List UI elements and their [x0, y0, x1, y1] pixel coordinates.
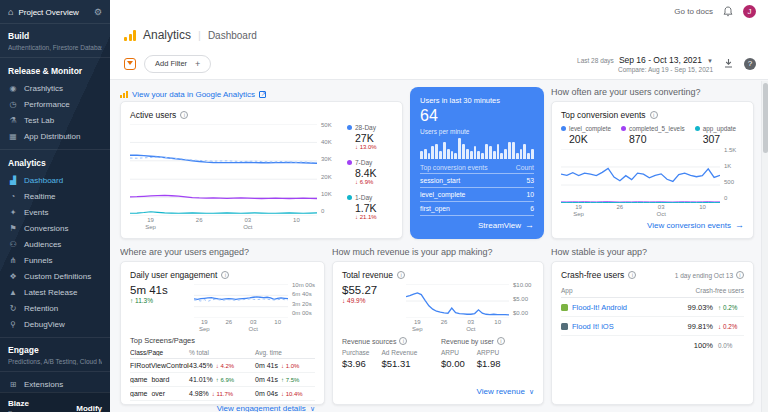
sidebar-item-retention[interactable]: ↻Retention [0, 300, 110, 316]
info-icon[interactable] [650, 111, 658, 119]
conversions-chart [561, 149, 720, 203]
info-icon[interactable] [736, 271, 744, 279]
android-app-link[interactable]: Flood-It! Android [561, 303, 688, 312]
scrollbar-thumb[interactable] [763, 83, 768, 153]
sidebar-item-custom-definitions[interactable]: ❖Custom Definitions [0, 268, 110, 284]
extensions-icon: ⊞ [8, 380, 18, 389]
table-row[interactable]: FIRootViewController 43.45%↓ 4.2% 0m 41s… [130, 359, 315, 373]
download-icon[interactable] [723, 58, 734, 69]
notifications-bell-icon[interactable] [723, 6, 733, 17]
table-row: Flood It! iOS 99.81% ↓ 0.2% [561, 317, 744, 336]
realtime-users-card: Users in last 30 minutes 64 Users per mi… [410, 87, 544, 239]
view-engagement-details-link[interactable]: View engagement details∨ [130, 404, 315, 412]
date-range-picker[interactable]: Last 28 days Sep 16 - Oct 13, 2021 ▼ Com… [577, 55, 713, 73]
plus-icon: + [195, 59, 200, 69]
crash-free-users-card: Crash-free users 1 day ending Oct 13 App… [551, 261, 754, 405]
sidebar-item-events[interactable]: ✦Events [0, 204, 110, 220]
legend-dot [621, 126, 626, 131]
info-icon[interactable] [397, 271, 405, 279]
streamview-link[interactable]: StreamView→ [420, 220, 534, 230]
table-row[interactable]: level_complete10 [420, 188, 534, 202]
engagement-yaxis: 10m 00s6m 40s3m 20s0m 00s [288, 284, 315, 332]
sidebar-item-conversions[interactable]: ⚑Conversions [0, 220, 110, 236]
table-row[interactable]: game_board 41.01%↑ 6.9% 0m 41s↑ 7.5% [130, 373, 315, 387]
sidebar-item-test-lab[interactable]: ⚗Test Lab [0, 112, 110, 128]
modify-plan-button[interactable]: Modify [76, 404, 102, 412]
sidebar-section-engage[interactable]: Engage Predictions, A/B Testing, Cloud M… [0, 338, 110, 371]
table-row: 100% 0.0% [561, 336, 744, 354]
engagement-value: 5m 41s [130, 284, 186, 296]
revenue-breakdown: Revenue sources Purchase$3.96 Ad Revenue… [342, 337, 534, 369]
sidebar-item-dashboard[interactable]: ▟Dashboard [0, 172, 110, 188]
arrow-right-icon: → [525, 220, 534, 230]
debugview-icon: ⚲ [8, 320, 18, 329]
events-icon: ✦ [8, 208, 18, 217]
divider: | [198, 29, 201, 41]
sidebar-item-debugview[interactable]: ⚲DebugView [0, 316, 110, 332]
legend-dot [561, 126, 566, 131]
test-lab-icon: ⚗ [8, 116, 18, 125]
revenue-xaxis: 19Sep2603Oct10 [406, 318, 509, 332]
add-filter-button[interactable]: Add Filter + [144, 55, 211, 73]
project-overview-link[interactable]: Project Overview [18, 8, 88, 17]
compare-range-label: Compare: Aug 19 - Sep 15, 2021 [577, 66, 713, 73]
revenue-value: $55.27 [342, 284, 398, 296]
view-conversion-events-link[interactable]: View conversion events→ [561, 220, 744, 230]
table-row[interactable]: session_start53 [420, 174, 534, 188]
info-icon[interactable] [221, 271, 229, 279]
sidebar-item-extensions[interactable]: ⊞Extensions [0, 376, 110, 392]
help-icon[interactable]: ? [744, 58, 756, 70]
engagement-card: Daily user engagement 5m 41s ↑ 11.3% [120, 261, 325, 405]
dashboard-icon: ▟ [8, 176, 18, 185]
revenue-chart [406, 284, 509, 318]
info-icon[interactable] [497, 337, 505, 345]
scrollbar[interactable] [761, 81, 768, 412]
filter-history-icon[interactable] [124, 58, 136, 70]
funnels-icon: ⋔ [8, 256, 18, 265]
crash-free-title: Crash-free users [561, 270, 624, 280]
view-revenue-link[interactable]: View revenue∨ [342, 387, 534, 396]
release-monitor-title: Release & Monitor [0, 58, 110, 80]
legend-dot [695, 126, 700, 131]
ios-app-link[interactable]: Flood It! iOS [561, 322, 688, 331]
performance-icon: ◷ [8, 100, 18, 109]
info-icon[interactable] [180, 111, 188, 119]
plan-name: Blaze [8, 399, 49, 408]
external-link-icon [259, 91, 266, 98]
date-range-value: Sep 16 - Oct 13, 2021 [619, 55, 702, 65]
active-users-chart [130, 124, 317, 216]
sidebar-item-latest-release[interactable]: ▲Latest Release [0, 284, 110, 300]
chevron-down-icon: ∨ [529, 388, 534, 396]
info-icon[interactable] [628, 271, 636, 279]
sidebar-section-build[interactable]: Build Authentication, Firestore Databas.… [0, 24, 110, 57]
view-in-google-analytics-link[interactable]: View your data in Google Analytics [120, 87, 403, 101]
legend-dot-28day [347, 125, 352, 130]
revenue-yaxis: $10.00$5.00$0.00 [509, 284, 534, 332]
product-header: Analytics | Dashboard [110, 22, 768, 48]
section-title-stable: How stable is your app? [551, 247, 754, 261]
sidebar-item-realtime[interactable]: ◔Realtime [0, 188, 110, 204]
go-to-docs-link[interactable]: Go to docs [674, 7, 713, 16]
conversions-xaxis: 19Sep2603Oct10 [561, 203, 720, 217]
engagement-title: Daily user engagement [130, 270, 217, 280]
sidebar-item-performance[interactable]: ◷Performance [0, 96, 110, 112]
table-row[interactable]: game_over 4.98%↓ 11.7% 0m 04s↓ 10.4% [130, 387, 315, 401]
info-icon[interactable] [399, 337, 407, 345]
chevron-down-icon: ▼ [707, 58, 713, 64]
sidebar-item-crashlytics[interactable]: ◉Crashlytics [0, 80, 110, 96]
settings-gear-icon[interactable]: ⚙ [94, 7, 102, 17]
firebase-console: ⌂ Project Overview ⚙ Build Authenticatio… [0, 0, 768, 412]
users-per-minute-label: Users per minute [420, 128, 534, 135]
date-preset-label: Last 28 days [577, 57, 614, 64]
users-per-minute-chart [420, 138, 534, 159]
legend-dot-1day [347, 195, 352, 200]
sidebar-item-audiences[interactable]: ⚇Audiences [0, 236, 110, 252]
user-avatar[interactable]: J [743, 5, 756, 18]
table-row[interactable]: first_open6 [420, 202, 534, 216]
latest-release-icon: ▲ [8, 288, 18, 297]
conversions-legend: level_complete 20K completed_5_levels 87… [561, 125, 744, 145]
sidebar-item-funnels[interactable]: ⋔Funnels [0, 252, 110, 268]
active-users-legend: 28-Day 27K ↓ 13.0% 7-Day 8.4K ↓ 6.9% [341, 124, 393, 230]
arrow-right-icon: → [735, 220, 744, 230]
sidebar-item-app-distribution[interactable]: ▦App Distribution [0, 128, 110, 144]
